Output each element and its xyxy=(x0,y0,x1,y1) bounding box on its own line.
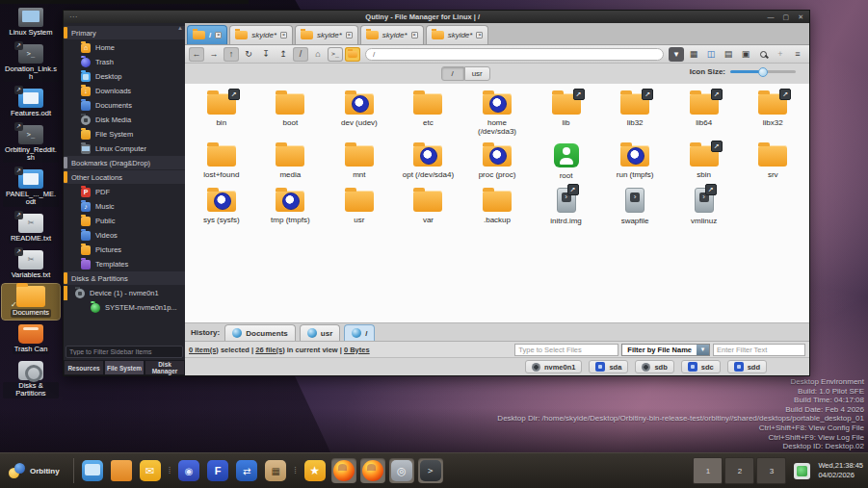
file-item-swapfile[interactable]: swapfile xyxy=(600,191,670,225)
sidebar-item-downloads[interactable]: ↓Downloads xyxy=(64,84,185,98)
slider-knob[interactable] xyxy=(758,67,768,77)
view-detail-button[interactable]: ▤ xyxy=(721,47,736,62)
view-dropdown-button[interactable]: ▾ xyxy=(669,47,684,62)
file-item-lib[interactable]: lib xyxy=(532,93,601,136)
file-item-srv[interactable]: srv xyxy=(738,145,807,180)
desktop-icon-features-odt[interactable]: ↗Features.odt xyxy=(2,87,60,120)
sidebar-item-home[interactable]: ⌂Home xyxy=(64,40,185,55)
path-input[interactable] xyxy=(365,48,664,61)
file-item-initrd-img[interactable]: initrd.img xyxy=(532,191,601,225)
tab-skyide-1[interactable]: skyide*× xyxy=(229,25,293,44)
icon-size-slider[interactable] xyxy=(730,70,796,73)
desktop-icon-documents[interactable]: ✓Documents xyxy=(2,284,60,320)
search-button[interactable] xyxy=(755,47,771,62)
files-app-button[interactable] xyxy=(109,458,134,483)
chevron-down-icon[interactable]: ▾ xyxy=(697,345,709,355)
terminal-app-button[interactable] xyxy=(418,458,443,483)
root-button[interactable]: / xyxy=(293,47,308,62)
tab-root[interactable]: /× xyxy=(187,25,227,44)
status-part[interactable]: 0 item(s) xyxy=(189,346,219,354)
file-item-lib64[interactable]: lib64 xyxy=(670,93,739,136)
desktop-icon-trash-can[interactable]: Trash Can xyxy=(2,322,60,356)
page-button-1[interactable]: 1 xyxy=(693,457,723,484)
close-icon[interactable]: × xyxy=(476,32,483,39)
history-[interactable]: / xyxy=(344,324,375,341)
sidebar-scroll-up-icon[interactable]: ▲ xyxy=(177,25,183,31)
sidebar-item-templates[interactable]: Templates xyxy=(64,257,185,271)
close-icon[interactable]: × xyxy=(411,32,418,39)
sidebar-item-documents[interactable]: Documents xyxy=(64,98,185,113)
menu-button[interactable]: ≡ xyxy=(790,47,805,62)
sidebar-section-header[interactable]: Bookmarks (Drag&Drop) xyxy=(64,156,185,169)
file-item-media[interactable]: media xyxy=(256,145,326,180)
window-menu-icon[interactable]: ⋯ xyxy=(69,13,78,21)
breadcrumb-[interactable]: / xyxy=(441,66,464,81)
sidebar-tab-disk-manager[interactable]: Disk Manager xyxy=(145,360,185,375)
drag-handle[interactable]: ⁞ xyxy=(167,466,173,475)
history-documents[interactable]: Documents xyxy=(224,324,296,341)
maximize-button[interactable]: ▢ xyxy=(783,13,790,21)
app-blue-c-button[interactable]: ⇄ xyxy=(234,458,259,483)
terminal-button[interactable]: >_ xyxy=(328,47,343,62)
sidebar-item-linux-computer[interactable]: Linux Computer xyxy=(64,141,185,156)
forward-button[interactable]: → xyxy=(206,47,222,62)
file-item-var[interactable]: var xyxy=(394,191,463,225)
tab-skyide-2[interactable]: skyide*× xyxy=(295,25,358,44)
sidebar-item-pdf[interactable]: PPDF xyxy=(64,185,185,199)
mail-app-button[interactable]: ✉ xyxy=(138,458,163,483)
sidebar-item-trash[interactable]: Trash xyxy=(64,55,185,69)
history-usr[interactable]: usr xyxy=(300,324,340,341)
file-item-sbin[interactable]: sbin xyxy=(670,145,739,180)
page-button-2[interactable]: 2 xyxy=(724,457,754,484)
file-item-bin[interactable]: bin xyxy=(187,93,256,136)
desktop-icon-disks-partitions[interactable]: Disks & Partitions xyxy=(2,359,60,400)
sidebar-section-header[interactable]: Disks & Partitions xyxy=(64,271,185,285)
device-sdd[interactable]: sdd xyxy=(727,360,767,373)
tab-skyide-4[interactable]: skyide*× xyxy=(426,25,489,44)
sidebar-item-system-nvme0n1p[interactable]: SYSTEM-nvme0n1p... xyxy=(64,300,185,315)
file-item-lib32[interactable]: lib32 xyxy=(600,93,670,136)
sidebar-item-device-1-nvme0n1[interactable]: Device (1) - nvme0n1 xyxy=(64,286,185,300)
file-item-tmp-tmpfs[interactable]: tmp (tmpfs) xyxy=(256,191,326,225)
file-item-home-dev-sda3[interactable]: home (/dev/sda3) xyxy=(462,93,532,136)
firefox-1-button[interactable] xyxy=(331,458,356,483)
file-item-boot[interactable]: boot xyxy=(256,93,326,136)
sidebar-item-desktop[interactable]: Desktop xyxy=(64,69,185,84)
app-blue-a-button[interactable] xyxy=(176,458,201,483)
desktop-icon-linux-system[interactable]: Linux System xyxy=(2,6,60,39)
titlebar[interactable]: ⋯ Qutiny - File Manager for Linux | / — … xyxy=(64,11,809,23)
go-bottom-button[interactable]: ↧ xyxy=(258,47,274,62)
desktop-icon-variables-txt[interactable]: ↗Variables.txt xyxy=(2,248,60,282)
file-item-proc-proc[interactable]: proc (proc) xyxy=(462,145,532,180)
file-item-root[interactable]: root xyxy=(532,145,601,180)
close-icon[interactable]: × xyxy=(280,32,287,39)
sidebar-item-public[interactable]: Public xyxy=(64,214,185,228)
file-item-lost-found[interactable]: lost+found xyxy=(187,145,256,180)
close-button[interactable]: ✕ xyxy=(798,13,803,21)
view-grid-button[interactable]: ▦ xyxy=(686,47,701,62)
file-item-run-tmpfs[interactable]: run (tmpfs) xyxy=(600,145,670,180)
device-sdc[interactable]: sdc xyxy=(681,360,721,373)
file-item-sys-sysfs[interactable]: sys (sysfs) xyxy=(187,191,256,225)
file-item-mnt[interactable]: mnt xyxy=(325,145,394,180)
file-item-usr[interactable]: usr xyxy=(325,191,394,225)
view-columns-button[interactable]: ◫ xyxy=(703,47,719,62)
drag-handle[interactable]: ⁞ xyxy=(292,466,299,475)
desktop-icon-readme-txt[interactable]: ↗README.txt xyxy=(2,212,60,245)
close-icon[interactable]: × xyxy=(346,32,353,39)
package-app-button[interactable]: ◎ xyxy=(389,458,414,483)
close-icon[interactable]: × xyxy=(215,32,222,39)
database-app-button[interactable]: ▦ xyxy=(263,458,288,483)
desktop-icon-donation-link-sh[interactable]: ↗Donation_Link.sh xyxy=(2,42,60,84)
file-item-vmlinuz[interactable]: vmlinuz xyxy=(670,191,739,225)
device-sda[interactable]: sda xyxy=(589,360,628,373)
firefox-2-button[interactable] xyxy=(360,458,385,483)
home-button[interactable]: ⌂ xyxy=(310,47,326,62)
app-blue-b-button[interactable]: F xyxy=(205,458,230,483)
status-part[interactable]: 26 file(s) xyxy=(255,346,284,354)
sidebar-section-header[interactable]: Other Locations xyxy=(64,170,185,184)
tab-skyide-3[interactable]: skyide*× xyxy=(360,25,424,44)
file-item-libx32[interactable]: libx32 xyxy=(738,93,807,136)
bookmarks-app-button[interactable]: ★ xyxy=(302,458,328,483)
add-tab-button[interactable]: + xyxy=(773,47,788,62)
